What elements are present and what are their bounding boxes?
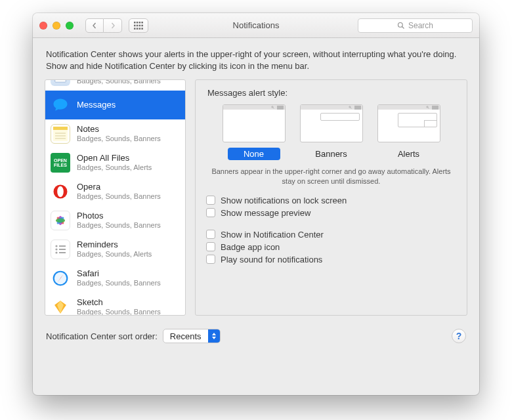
check-sound[interactable]: Play sound for notifications: [206, 255, 456, 264]
close-icon[interactable]: [39, 22, 47, 30]
photos-icon: [51, 211, 70, 230]
svg-line-13: [402, 26, 404, 28]
window-controls: [39, 22, 74, 30]
svg-point-28: [55, 245, 57, 247]
app-sub: Badges, Sounds, Banners: [77, 135, 161, 143]
check-label: Show message preview: [221, 208, 310, 218]
app-row-sketch[interactable]: SketchBadges, Sounds, Banners: [45, 293, 185, 316]
style-description: Banners appear in the upper-right corner…: [210, 167, 452, 186]
svg-rect-2: [139, 22, 141, 24]
svg-point-27: [56, 219, 65, 222]
app-name: Opera: [77, 182, 161, 192]
show-all-button[interactable]: [129, 18, 148, 33]
check-label: Show notifications on lock screen: [221, 196, 347, 205]
svg-point-50: [426, 106, 427, 108]
checkbox-icon: [206, 242, 215, 251]
svg-rect-16: [53, 127, 68, 130]
grid-icon: [134, 22, 143, 30]
app-row-mail[interactable]: MailBadges, Sounds, Banners: [45, 79, 185, 91]
sort-order-value: Recents: [163, 331, 208, 341]
svg-point-45: [349, 106, 350, 108]
checkbox-icon: [206, 208, 215, 217]
open-all-files-icon: OPENFILES: [51, 153, 70, 173]
app-row-reminders[interactable]: RemindersBadges, Sounds, Alerts: [45, 235, 185, 264]
forward-button[interactable]: [104, 18, 122, 33]
app-name: Open All Files: [77, 154, 152, 163]
checkbox-icon: [206, 230, 215, 239]
notes-icon: [51, 124, 70, 144]
back-button[interactable]: [85, 18, 104, 33]
checkbox-icon: [206, 255, 215, 264]
search-icon: [397, 22, 405, 30]
alert-style-group: None Banners: [206, 104, 456, 160]
reminders-icon: [51, 240, 70, 259]
style-preview-banners[interactable]: [300, 104, 363, 142]
app-name: Photos: [77, 211, 161, 221]
app-sub: Badges, Sounds, Banners: [77, 308, 161, 316]
preferences-window: Notifications Search Notification Center…: [33, 13, 479, 395]
svg-rect-5: [137, 24, 139, 26]
svg-rect-9: [137, 28, 139, 30]
search-placeholder: Search: [408, 21, 433, 30]
check-badge[interactable]: Badge app icon: [206, 242, 456, 252]
alert-style-title: Messages alert style:: [207, 88, 456, 98]
app-name: Safari: [77, 269, 161, 279]
app-row-opera[interactable]: OperaBadges, Sounds, Banners: [45, 177, 185, 206]
detail-pane: Messages alert style: None: [195, 79, 467, 316]
style-preview-alerts[interactable]: [377, 104, 440, 142]
app-row-safari[interactable]: SafariBadges, Sounds, Banners: [45, 264, 185, 293]
search-icon: [271, 106, 274, 109]
sort-order-label: Notification Center sort order:: [46, 331, 158, 341]
svg-rect-11: [141, 28, 143, 30]
svg-point-32: [55, 251, 57, 253]
sketch-icon: [51, 297, 70, 316]
app-row-messages[interactable]: Messages: [45, 91, 185, 119]
check-label: Badge app icon: [221, 242, 280, 252]
svg-rect-0: [134, 22, 136, 24]
check-preview[interactable]: Show message preview: [206, 208, 456, 218]
svg-rect-3: [141, 22, 143, 24]
list-icon: [432, 106, 438, 110]
checkbox-icon: [206, 196, 215, 205]
svg-line-46: [351, 108, 352, 109]
nav-buttons: [85, 18, 122, 33]
app-row-notes[interactable]: NotesBadges, Sounds, Banners: [45, 119, 185, 148]
stepper-icon: [208, 329, 220, 343]
svg-rect-4: [134, 24, 136, 26]
app-sub: Badges, Sounds, Banners: [77, 192, 161, 201]
svg-rect-8: [134, 28, 136, 30]
chevron-right-icon: [110, 22, 116, 29]
list-icon: [354, 106, 361, 110]
svg-point-12: [398, 22, 402, 27]
app-name: Reminders: [77, 240, 152, 250]
svg-rect-1: [137, 22, 139, 24]
style-preview-none[interactable]: [223, 104, 286, 142]
check-label: Play sound for notifications: [221, 255, 322, 264]
help-button[interactable]: ?: [452, 329, 466, 343]
list-icon: [277, 106, 284, 110]
style-alerts-button[interactable]: Alerts: [383, 148, 435, 160]
zoom-icon[interactable]: [66, 22, 74, 30]
app-list[interactable]: MailBadges, Sounds, Banners Messages Not…: [45, 79, 186, 316]
svg-rect-14: [55, 79, 66, 82]
app-row-photos[interactable]: PhotosBadges, Sounds, Banners: [45, 206, 185, 235]
search-icon: [426, 106, 429, 109]
check-nc[interactable]: Show in Notification Center: [206, 230, 456, 240]
app-sub: Badges, Sounds, Alerts: [77, 163, 152, 172]
svg-point-30: [55, 248, 57, 250]
check-lockscreen[interactable]: Show notifications on lock screen: [206, 196, 456, 205]
app-sub: Badges, Sounds, Banners: [77, 221, 161, 230]
chevron-left-icon: [91, 22, 98, 29]
style-banners-button[interactable]: Banners: [305, 148, 358, 160]
svg-line-41: [273, 108, 274, 109]
app-name: Sketch: [77, 298, 161, 308]
app-name: Messages: [77, 100, 116, 110]
search-input[interactable]: Search: [358, 18, 473, 33]
svg-point-22: [57, 186, 64, 198]
minimize-icon[interactable]: [53, 22, 60, 30]
sort-order-select[interactable]: Recents: [163, 329, 221, 343]
svg-point-40: [271, 106, 272, 108]
search-icon: [349, 106, 352, 109]
style-none-button[interactable]: None: [228, 148, 280, 160]
app-row-openallfiles[interactable]: OPENFILES Open All FilesBadges, Sounds, …: [45, 148, 185, 177]
